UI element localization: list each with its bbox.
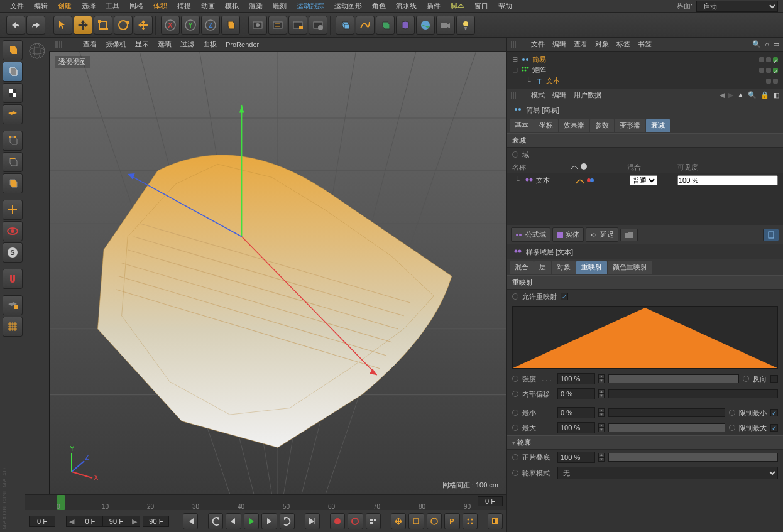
clamp-min-checkbox[interactable] [770,409,778,416]
play-button[interactable] [244,513,260,529]
remap-curve-icon[interactable] [576,176,584,185]
live-select-tool[interactable] [53,16,72,35]
stab-blend[interactable]: 混合 [510,261,534,274]
menu-render[interactable]: 渲染 [244,1,268,11]
workplane-mode[interactable] [3,104,23,124]
menu-tracker[interactable]: 运动跟踪 [292,1,329,11]
timeline-window-button[interactable] [488,513,503,529]
tab-falloff[interactable]: 衰减 [646,119,670,132]
key-pla-button[interactable] [463,513,478,529]
key-scale-button[interactable] [408,513,424,529]
am-fwd-icon[interactable]: ▶ [728,91,733,99]
add-light[interactable] [456,16,475,35]
menu-select[interactable]: 选择 [77,1,101,11]
recent-tool[interactable] [134,16,153,35]
range-end-input[interactable] [143,516,169,527]
prev-key-button[interactable] [208,513,224,529]
key-rot-button[interactable] [427,513,442,529]
menu-edit[interactable]: 编辑 [29,1,53,11]
range-b-next[interactable]: ▶ [129,518,140,526]
stab-object[interactable]: 对象 [552,261,576,274]
am-search-icon[interactable]: 🔍 [748,91,757,99]
om-menu-edit[interactable]: 编辑 [552,40,566,49]
key-param-button[interactable]: P [444,513,460,529]
texture-mode[interactable] [3,83,23,103]
axis-mode[interactable] [3,200,23,220]
add-camera[interactable] [436,16,455,35]
min-radio[interactable] [512,410,518,416]
menu-create[interactable]: 创建 [53,1,77,11]
om-menu-view[interactable]: 查看 [574,40,588,49]
max-input[interactable] [557,422,595,433]
object-row-plain[interactable]: ⊟ 简易 ✓ [507,54,783,65]
positive-input[interactable] [557,452,595,463]
poly-mode[interactable] [3,173,23,193]
menu-window[interactable]: 窗口 [469,1,493,11]
redo-button[interactable] [26,16,45,35]
am-menu-edit[interactable]: 编辑 [552,90,566,100]
om-path-icon[interactable]: ▭ [773,40,779,48]
menu-mograph[interactable]: 运动图形 [329,1,367,11]
remap-curve-editor[interactable] [512,306,778,369]
range-a-input[interactable] [77,516,103,526]
record-button[interactable] [330,513,346,529]
add-generator[interactable] [376,16,395,35]
contour-mode-radio[interactable] [512,470,518,476]
globe-icon[interactable] [28,41,47,60]
next-frame-button[interactable] [261,513,277,529]
undo-button[interactable] [6,16,25,35]
om-home-icon[interactable]: ⌂ [765,40,769,48]
stab-remap[interactable]: 重映射 [576,261,607,274]
viewport-solo[interactable] [3,221,23,241]
menu-mesh[interactable]: 网格 [124,1,148,11]
model-mode[interactable] [3,62,23,82]
add-deformer[interactable] [396,16,415,35]
timeline-ruler[interactable]: 0 10 20 30 40 50 60 70 80 90 [25,495,506,510]
remap-color-icon[interactable] [586,176,595,185]
menu-animate[interactable]: 动画 [196,1,220,11]
menu-snap[interactable]: 捕捉 [172,1,196,11]
z-axis-lock[interactable]: Z [201,16,220,35]
invert-checkbox[interactable] [770,375,778,383]
delay-field-tool[interactable]: 延迟 [586,227,618,242]
edge-mode[interactable] [3,152,23,172]
clamp-max-checkbox[interactable] [770,424,778,432]
layout-dropdown[interactable]: 启动 [696,1,778,12]
inner-offset-radio[interactable] [512,391,518,397]
object-row-text[interactable]: └ T 文本 [507,75,783,86]
key-pos-button[interactable] [391,513,407,529]
allow-remap-radio[interactable] [512,293,518,300]
next-key-button[interactable] [280,513,295,529]
render-view[interactable] [248,16,267,35]
inner-offset-slider[interactable] [608,389,778,398]
min-slider[interactable] [608,408,725,417]
clipboard-tool[interactable] [763,229,779,241]
vp-menu-camera[interactable]: 摄像机 [106,40,126,49]
strength-input[interactable] [557,373,595,384]
vp-menu-prorender[interactable]: ProRender [226,41,259,48]
inner-offset-input[interactable] [557,388,595,399]
menu-script[interactable]: 脚本 [446,1,469,11]
render-settings[interactable] [309,16,327,35]
om-menu-tags[interactable]: 标签 [616,40,630,49]
menu-tools[interactable]: 工具 [101,1,124,11]
formula-field-tool[interactable]: 公式域 [511,227,550,242]
menu-plugins[interactable]: 插件 [422,1,446,11]
strength-radio[interactable] [512,376,518,382]
field-radio[interactable] [512,151,518,158]
make-editable[interactable] [3,40,23,60]
prev-frame-button[interactable] [226,513,241,529]
x-axis-lock[interactable]: X [161,16,180,35]
magnet-tool[interactable] [3,269,23,289]
max-slider[interactable] [608,423,725,432]
menu-character[interactable]: 角色 [367,1,391,11]
range-b-input[interactable] [103,516,129,526]
solid-field-tool[interactable]: 实体 [552,227,584,242]
point-mode[interactable] [3,131,23,151]
positive-radio[interactable] [512,454,518,460]
workplane-grid[interactable] [3,317,23,337]
tab-param[interactable]: 参数 [590,119,614,132]
rotate-tool[interactable] [114,16,133,35]
field-row-text[interactable]: └ 文本 普通 [507,173,783,187]
min-input[interactable] [557,407,595,418]
